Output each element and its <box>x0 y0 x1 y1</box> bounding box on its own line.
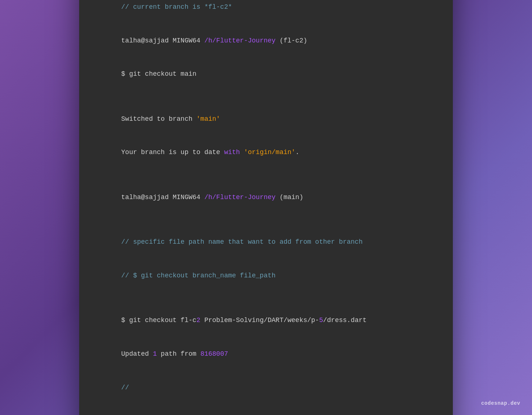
path-1: /h/Flutter-Journey <box>204 37 276 44</box>
branch-1: (fl-c2) <box>276 37 307 44</box>
cmd2-rest: Problem-Solving/DART/weeks/p- <box>200 317 319 324</box>
comment-text-4: // <box>121 384 129 391</box>
comment-line-4: // <box>97 371 435 404</box>
switched-pre: Switched to branch <box>121 115 196 123</box>
cmd2-5: 5 <box>319 317 323 324</box>
updated-mid: path from <box>157 350 200 358</box>
mingw-2: MINGW64 <box>169 194 204 201</box>
cmd-text-1: $ git checkout main <box>121 70 196 78</box>
empty-line-3 <box>97 214 435 225</box>
cmd2-num: 2 <box>196 317 200 324</box>
updated-pre: Updated <box>121 350 153 358</box>
command-line-1: $ git checkout main <box>97 57 435 91</box>
comment-line-1: // current branch is *fl-c2* <box>97 0 435 24</box>
origin-string: 'origin/main' <box>244 149 295 156</box>
comment-line-3: // $ git checkout branch_name file_path <box>97 259 435 292</box>
output-switched: Switched to branch 'main' <box>97 102 435 136</box>
watermark: codesnap.dev <box>481 400 520 406</box>
code-content: // current branch is *fl-c2* talha@sajja… <box>79 0 453 415</box>
path-2: /h/Flutter-Journey <box>204 194 276 201</box>
comment-text-3: // $ git checkout branch_name file_path <box>121 272 276 279</box>
comment-line-2: // specific file path name that want to … <box>97 225 435 259</box>
output-updated: Updated 1 path from 8168007 <box>97 337 435 371</box>
comment-line-5: // now add , commit , pus <box>97 404 435 415</box>
uptodate-post: . <box>295 149 299 156</box>
uptodate-mid <box>240 149 244 156</box>
main-string: 'main' <box>196 115 220 123</box>
mingw-1: MINGW64 <box>169 37 204 44</box>
cmd2-pre: $ git checkout fl-c <box>121 317 196 324</box>
prompt-line-1: talha@sajjad MINGW64 /h/Flutter-Journey … <box>97 24 435 57</box>
terminal-window: // current branch is *fl-c2* talha@sajja… <box>79 0 453 415</box>
empty-line-1 <box>97 91 435 102</box>
username-1: talha@sajjad <box>121 37 169 44</box>
username-2: talha@sajjad <box>121 194 169 201</box>
empty-line-2 <box>97 169 435 181</box>
command-line-2: $ git checkout fl-c2 Problem-Solving/DAR… <box>97 304 435 337</box>
cmd2-post: /dress.dart <box>323 317 367 324</box>
comment-text-1: // current branch is *fl-c2* <box>121 3 232 11</box>
comment-text-2: // specific file path name that want to … <box>121 238 363 246</box>
branch-2: (main) <box>276 194 303 201</box>
updated-hash: 8168007 <box>200 350 228 358</box>
with-keyword: with <box>224 149 240 156</box>
prompt-line-2: talha@sajjad MINGW64 /h/Flutter-Journey … <box>97 180 435 214</box>
empty-line-4 <box>97 292 435 304</box>
updated-num: 1 <box>153 350 157 358</box>
uptodate-pre: Your branch is up to date <box>121 149 224 156</box>
output-uptodate: Your branch is up to date with 'origin/m… <box>97 136 435 169</box>
